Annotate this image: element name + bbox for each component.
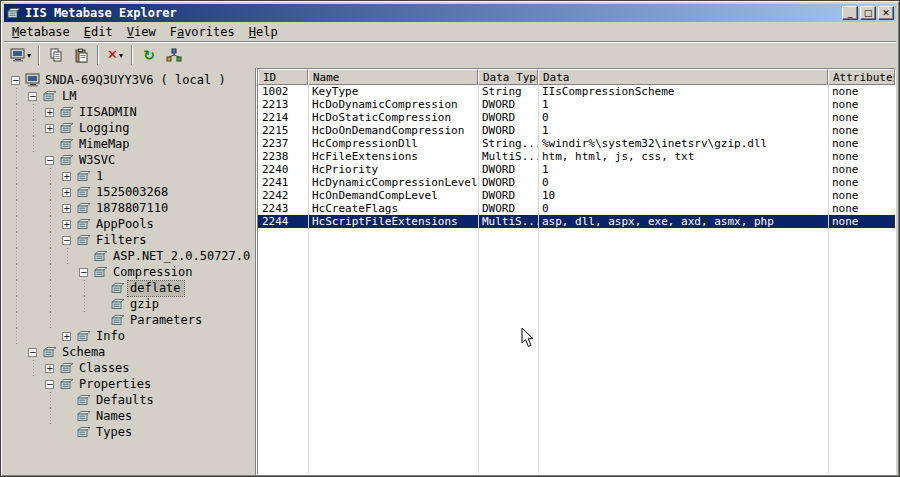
- delete-icon: ✕: [107, 48, 118, 62]
- node-icon: [59, 106, 77, 118]
- tree-guide: [42, 296, 59, 312]
- menu-favorites[interactable]: Favorites: [163, 24, 242, 40]
- tree-item-logging[interactable]: +Logging: [4, 120, 255, 136]
- table-row[interactable]: 2241HcDynamicCompressionLevelDWORD0none: [258, 176, 895, 189]
- collapse-icon[interactable]: −: [79, 268, 88, 277]
- list-cell: none: [828, 137, 895, 150]
- table-row[interactable]: 2242HcOnDemandCompLevelDWORD10none: [258, 189, 895, 202]
- paste-button[interactable]: [69, 44, 93, 66]
- expander-cell: −: [8, 72, 25, 88]
- collapse-icon[interactable]: −: [11, 76, 20, 85]
- list-cell: DWORD: [478, 202, 538, 215]
- table-row[interactable]: 2214HcDoStaticCompressionDWORD0none: [258, 111, 895, 124]
- tree-item-deflate[interactable]: deflate: [4, 280, 255, 296]
- tree-item-gzip[interactable]: gzip: [4, 296, 255, 312]
- tree-guide: [25, 392, 42, 408]
- collapse-icon[interactable]: −: [62, 236, 71, 245]
- tree-item-compression[interactable]: −Compression: [4, 264, 255, 280]
- table-row[interactable]: 2215HcDoOnDemandCompressionDWORD1none: [258, 124, 895, 137]
- expand-icon[interactable]: +: [45, 364, 54, 373]
- delete-button[interactable]: ✕▾: [103, 44, 127, 66]
- connect-button[interactable]: ▾: [7, 44, 34, 66]
- list-cell: HcDoStaticCompression: [308, 111, 478, 124]
- table-row[interactable]: 2243HcCreateFlagsDWORD0none: [258, 202, 895, 215]
- collapse-icon[interactable]: −: [45, 380, 54, 389]
- tree-item-lm[interactable]: −LM: [4, 88, 255, 104]
- dropdown-arrow-icon[interactable]: ▾: [119, 51, 123, 60]
- tree-item-label: Schema: [60, 345, 108, 360]
- title-bar[interactable]: IIS Metabase Explorer _ □ ✕: [4, 4, 896, 22]
- expand-icon[interactable]: +: [62, 204, 71, 213]
- collapse-icon[interactable]: −: [28, 348, 37, 357]
- menu-view[interactable]: View: [120, 24, 163, 40]
- expand-icon[interactable]: +: [62, 220, 71, 229]
- node-icon: [93, 250, 111, 262]
- table-row[interactable]: 2244HcScriptFileExtensionsMultiS...asp, …: [258, 215, 895, 228]
- list-cell: 2242: [258, 189, 308, 202]
- expand-icon[interactable]: +: [45, 108, 54, 117]
- network-button[interactable]: [162, 44, 186, 66]
- tree-guide: [42, 424, 59, 440]
- copy-button[interactable]: [44, 44, 68, 66]
- tree-item-defaults[interactable]: Defaults: [4, 392, 255, 408]
- expand-icon[interactable]: +: [45, 124, 54, 133]
- list-cell: none: [828, 85, 895, 98]
- menu-metabase[interactable]: Metabase: [5, 24, 77, 40]
- tree-item-types[interactable]: Types: [4, 424, 255, 440]
- tree-guide: [25, 168, 42, 184]
- table-row[interactable]: 2237HcCompressionDllString...%windir%\sy…: [258, 137, 895, 150]
- menu-edit[interactable]: Edit: [77, 24, 120, 40]
- list-cell: 0: [538, 202, 828, 215]
- collapse-icon[interactable]: −: [28, 92, 37, 101]
- tree-item-schema[interactable]: −Schema: [4, 344, 255, 360]
- table-row[interactable]: 2240HcPriorityDWORD1none: [258, 163, 895, 176]
- list-cell: 0: [538, 176, 828, 189]
- column-header-name[interactable]: Name: [308, 69, 478, 85]
- tree-item-asp-net-2-0-50727-0[interactable]: ASP.NET_2.0.50727.0: [4, 248, 255, 264]
- tree-item-1[interactable]: +1: [4, 168, 255, 184]
- dropdown-arrow-icon[interactable]: ▾: [27, 51, 31, 60]
- column-header-id[interactable]: ID: [258, 69, 308, 85]
- tree-guide: [8, 312, 25, 328]
- maximize-button[interactable]: □: [860, 6, 876, 20]
- tree-item-snda-69q3uyy3v6-local[interactable]: −SNDA-69Q3UYY3V6 ( local ): [4, 72, 255, 88]
- expand-icon[interactable]: +: [62, 188, 71, 197]
- expander-cell: +: [42, 360, 59, 376]
- column-header-attributes[interactable]: Attributes: [828, 69, 895, 85]
- tree-item-apppools[interactable]: +AppPools: [4, 216, 255, 232]
- close-button[interactable]: ✕: [878, 6, 894, 20]
- menu-help[interactable]: Help: [242, 24, 285, 40]
- tree-item-w3svc[interactable]: −W3SVC: [4, 152, 255, 168]
- tree-item-label: Compression: [111, 265, 195, 280]
- tree-item-1878807110[interactable]: +1878807110: [4, 200, 255, 216]
- tree-guide: [25, 184, 42, 200]
- column-header-data[interactable]: Data: [538, 69, 828, 85]
- tree-item-classes[interactable]: +Classes: [4, 360, 255, 376]
- tree-item-label: ASP.NET_2.0.50727.0: [111, 249, 253, 264]
- expand-icon[interactable]: +: [62, 332, 71, 341]
- tree-item-names[interactable]: Names: [4, 408, 255, 424]
- tree-guide: [25, 104, 42, 120]
- list-cell: 1002: [258, 85, 308, 98]
- tree-item-properties[interactable]: −Properties: [4, 376, 255, 392]
- tree-guide: [25, 424, 42, 440]
- expand-icon[interactable]: +: [62, 172, 71, 181]
- list-cell: HcDynamicCompressionLevel: [308, 176, 478, 189]
- tree-item-parameters[interactable]: Parameters: [4, 312, 255, 328]
- table-row[interactable]: 2238HcFileExtensionsMultiS...htm, html, …: [258, 150, 895, 163]
- refresh-button[interactable]: ↻: [137, 44, 161, 66]
- tree-item-1525003268[interactable]: +1525003268: [4, 184, 255, 200]
- column-header-data-type[interactable]: Data Type: [478, 69, 538, 85]
- tree-item-mimemap[interactable]: MimeMap: [4, 136, 255, 152]
- app-window: IIS Metabase Explorer _ □ ✕ MetabaseEdit…: [0, 0, 900, 477]
- tree-item-filters[interactable]: −Filters: [4, 232, 255, 248]
- tree-guide: [8, 376, 25, 392]
- table-row[interactable]: 2213HcDoDynamicCompressionDWORD1none: [258, 98, 895, 111]
- tree-item-info[interactable]: +Info: [4, 328, 255, 344]
- table-row[interactable]: 1002KeyTypeStringIIsCompressionSchemenon…: [258, 85, 895, 98]
- collapse-icon[interactable]: −: [45, 156, 54, 165]
- tree-item-iisadmin[interactable]: +IISADMIN: [4, 104, 255, 120]
- minimize-button[interactable]: _: [842, 6, 858, 20]
- node-icon: [93, 266, 111, 278]
- expander-cell: [93, 280, 110, 296]
